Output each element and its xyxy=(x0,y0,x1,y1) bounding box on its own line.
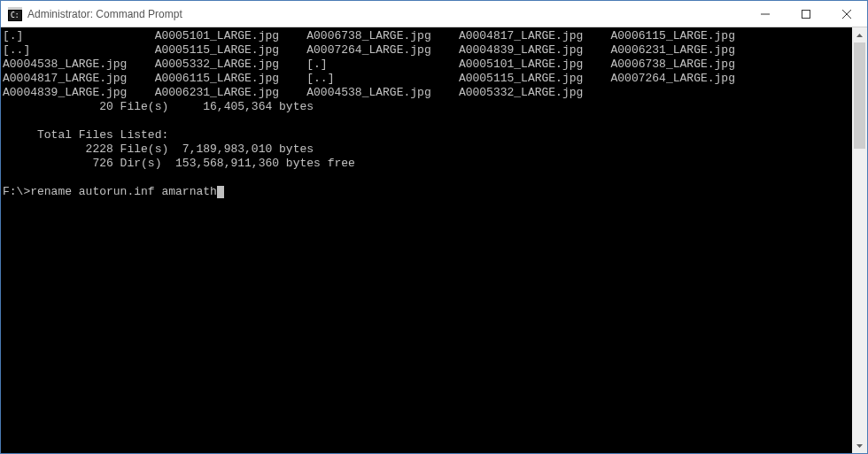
svg-rect-5 xyxy=(802,10,810,18)
svg-text:C:: C: xyxy=(11,12,19,19)
cmd-window: C: Administrator: Command Prompt [.] A00… xyxy=(0,0,868,454)
scroll-thumb[interactable] xyxy=(854,42,865,149)
vertical-scrollbar[interactable] xyxy=(852,27,867,453)
terminal-output[interactable]: [.] A0005101_LARGE.jpg A0006738_LARGE.jp… xyxy=(1,27,852,453)
titlebar[interactable]: C: Administrator: Command Prompt xyxy=(1,1,867,27)
scroll-up-button[interactable] xyxy=(852,27,867,42)
minimize-button[interactable] xyxy=(745,1,786,27)
close-icon xyxy=(842,10,851,19)
svg-rect-1 xyxy=(8,7,22,10)
maximize-button[interactable] xyxy=(786,1,826,27)
window-controls xyxy=(745,1,867,27)
svg-marker-8 xyxy=(856,34,863,37)
svg-marker-9 xyxy=(856,444,863,448)
scroll-track[interactable] xyxy=(852,42,867,438)
minimize-icon xyxy=(761,10,770,19)
window-title: Administrator: Command Prompt xyxy=(27,8,745,20)
cmd-icon: C: xyxy=(8,7,22,21)
chevron-down-icon xyxy=(856,444,863,448)
maximize-icon xyxy=(802,10,810,19)
close-button[interactable] xyxy=(826,1,867,27)
scroll-down-button[interactable] xyxy=(852,438,867,453)
terminal-area: [.] A0005101_LARGE.jpg A0006738_LARGE.jp… xyxy=(1,27,867,453)
cursor xyxy=(217,186,224,198)
chevron-up-icon xyxy=(856,34,863,37)
